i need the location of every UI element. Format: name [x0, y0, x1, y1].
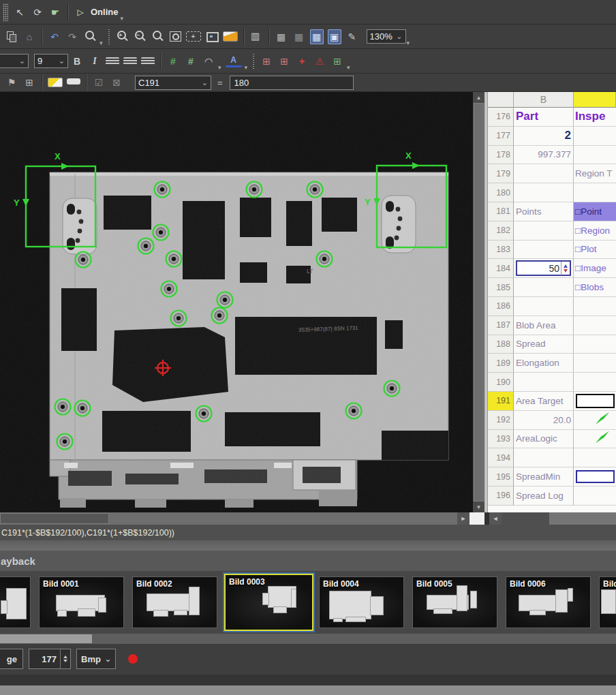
- row-header-182[interactable]: 182: [488, 221, 514, 241]
- scroll-down-icon[interactable]: ▼: [473, 501, 484, 512]
- row-header-192[interactable]: 192: [488, 411, 514, 430]
- cell-C183[interactable]: □Plot: [574, 241, 616, 260]
- cell-C193[interactable]: [574, 430, 616, 449]
- cell-B184[interactable]: 50: [514, 259, 574, 278]
- filmstrip-scroll-thumb[interactable]: [0, 634, 92, 643]
- sheet-scroll-thumb[interactable]: [502, 512, 549, 525]
- align-center-icon[interactable]: [123, 57, 137, 65]
- image-horizontal-scrollbar[interactable]: ►: [0, 512, 484, 525]
- record-button[interactable]: [128, 654, 138, 664]
- zoom-fit-icon[interactable]: +: [186, 31, 201, 42]
- vertical-scroll-thumb[interactable]: [474, 103, 484, 501]
- zoom-window-icon[interactable]: [168, 29, 182, 44]
- comment-icon[interactable]: [48, 78, 63, 87]
- row-header-181[interactable]: 181: [488, 202, 514, 221]
- scroll-up-icon[interactable]: ▲: [473, 92, 484, 103]
- cell-C177[interactable]: [574, 127, 616, 146]
- row-header-194[interactable]: 194: [488, 448, 514, 467]
- row-header-187[interactable]: 187: [488, 316, 514, 335]
- show-grid-icon[interactable]: ▦: [310, 29, 324, 44]
- cell-B189[interactable]: Elongation: [514, 354, 574, 373]
- insert-symbol-icon[interactable]: +: [295, 54, 309, 69]
- playback-thumbnail[interactable]: Bild 0005: [412, 576, 497, 628]
- insert-cells-icon[interactable]: ⊞: [260, 54, 273, 69]
- font-color-caret-icon[interactable]: ▾: [245, 64, 248, 71]
- cell-C190[interactable]: [574, 373, 616, 392]
- row-header-191[interactable]: 191: [488, 392, 514, 411]
- cell-C178[interactable]: [574, 146, 616, 165]
- cell-C192[interactable]: [574, 411, 616, 430]
- tag-icon[interactable]: ⚑: [5, 75, 18, 90]
- fit-screen-icon[interactable]: [205, 29, 219, 44]
- zoom-tool-caret-icon[interactable]: ▾: [99, 40, 103, 46]
- row-header-178[interactable]: 178: [488, 146, 514, 165]
- custom-view-icon[interactable]: ✎: [345, 29, 359, 44]
- cell-C194[interactable]: [574, 448, 616, 467]
- cell-C187[interactable]: [574, 316, 616, 335]
- cell-C185[interactable]: □Blobs: [574, 278, 616, 297]
- cell-B186[interactable]: [514, 297, 574, 316]
- cell-B194[interactable]: [514, 448, 574, 467]
- font-color-icon[interactable]: A: [226, 55, 242, 67]
- scroll-left-icon[interactable]: ◄: [489, 512, 502, 525]
- font-family-combo[interactable]: ⌄: [0, 54, 29, 68]
- playback-thumbnail[interactable]: Bild 0003: [224, 574, 313, 631]
- zoom-actual-icon[interactable]: [151, 29, 164, 44]
- frame-number-input[interactable]: 177: [29, 649, 71, 669]
- zoom-in-icon[interactable]: +: [115, 29, 129, 44]
- cell-B176[interactable]: Part: [514, 108, 574, 127]
- error-marker-icon[interactable]: ⚠: [313, 54, 326, 69]
- cell-B193[interactable]: AreaLogic: [514, 430, 574, 449]
- image-display-icon[interactable]: [223, 31, 238, 42]
- image-viewer[interactable]: 3535+987(87) 8SN 1731 LT XYXY: [0, 92, 473, 512]
- align-left-icon[interactable]: [106, 57, 119, 65]
- hand-tool-icon[interactable]: ☛: [48, 5, 62, 20]
- horizontal-scroll-thumb[interactable]: [0, 513, 109, 524]
- row-header-195[interactable]: 195: [488, 467, 514, 486]
- spin-up-icon[interactable]: [63, 653, 67, 658]
- cell-B177[interactable]: 2: [514, 127, 574, 146]
- camera-image[interactable]: 3535+987(87) 8SN 1731 LT XYXY: [0, 92, 473, 512]
- cell-C181[interactable]: □Point: [574, 202, 616, 221]
- cell-B185[interactable]: [514, 278, 574, 297]
- cell-C186[interactable]: [574, 297, 616, 316]
- scroll-right-icon[interactable]: ►: [457, 512, 469, 525]
- show-graphics-icon[interactable]: ▣: [328, 29, 341, 44]
- cell-B178[interactable]: 997.377: [514, 146, 574, 165]
- row-header-176[interactable]: 176: [488, 108, 514, 127]
- font-size-combo[interactable]: 9⌄: [34, 54, 68, 68]
- spin-up-icon[interactable]: [564, 262, 568, 268]
- align-right-icon[interactable]: [141, 57, 155, 65]
- playback-thumbnail[interactable]: Bild 0006: [506, 576, 591, 628]
- zoom-tool-icon[interactable]: [83, 29, 97, 44]
- cell-B188[interactable]: Spread: [514, 335, 574, 354]
- cell-B190[interactable]: [514, 373, 574, 392]
- pointer-tool-icon[interactable]: ↖: [13, 5, 27, 20]
- decimal-format-icon[interactable]: #: [184, 54, 198, 69]
- row-header-184[interactable]: 184: [488, 259, 514, 278]
- insert-rows-icon[interactable]: ⊞: [277, 54, 291, 69]
- column-header-c[interactable]: [574, 92, 616, 108]
- value-spinner[interactable]: 50: [516, 260, 571, 276]
- row-header-188[interactable]: 188: [488, 335, 514, 354]
- film-strip-icon[interactable]: ▤: [249, 30, 264, 44]
- spinner-arrows[interactable]: [561, 262, 570, 275]
- playback-thumbnail[interactable]: Bild 0004: [319, 576, 404, 628]
- insert-column-icon[interactable]: ▦: [275, 29, 288, 44]
- row-header-193[interactable]: 193: [488, 430, 514, 449]
- row-header-186[interactable]: 186: [488, 297, 514, 316]
- format-dropdown[interactable]: Bmp ⌄: [76, 649, 116, 669]
- row-header-180[interactable]: 180: [488, 183, 514, 202]
- cell-C179[interactable]: Region T: [574, 164, 616, 183]
- redo-icon[interactable]: ↷: [65, 29, 79, 44]
- zoom-out-icon[interactable]: −: [133, 29, 147, 44]
- cell-C189[interactable]: [574, 354, 616, 373]
- selected-cell-box[interactable]: [576, 394, 615, 408]
- insert-function-icon[interactable]: ⊞: [330, 54, 344, 69]
- frame-spinner[interactable]: [60, 649, 70, 668]
- bold-icon[interactable]: B: [70, 54, 84, 69]
- image-button[interactable]: ge: [0, 649, 23, 669]
- row-header-196[interactable]: 196: [488, 486, 514, 506]
- cell-reference-combo[interactable]: C191⌄: [135, 76, 211, 90]
- cell-C191[interactable]: [574, 392, 616, 411]
